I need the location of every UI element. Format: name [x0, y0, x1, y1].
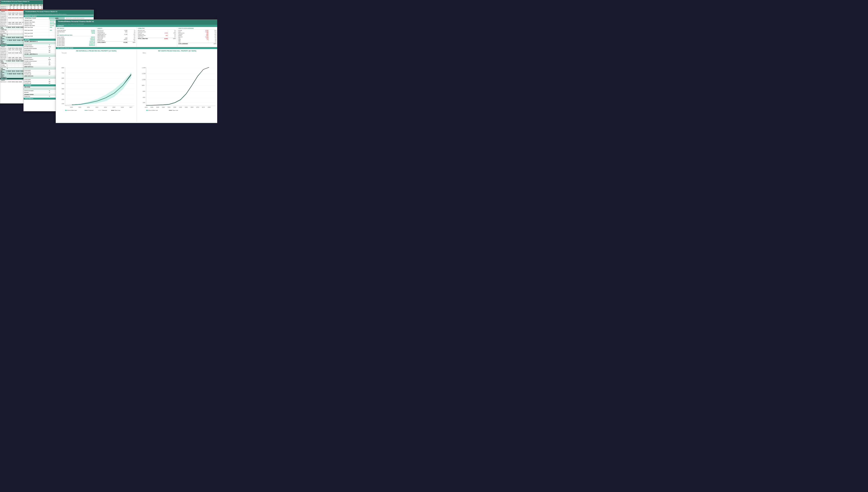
svg-text:700: 700: [62, 72, 64, 74]
ind1-dob-label: Individual 1 date of birth: [24, 21, 49, 23]
svg-text:600: 600: [62, 77, 64, 79]
svg-text:2027: 2027: [129, 107, 132, 108]
charts-area: NW HISTORICAL & PROJECTED INCL PROPERTY …: [56, 49, 217, 122]
svg-text:200: 200: [62, 99, 64, 100]
svg-text:2030: 2030: [150, 107, 153, 108]
projected-nw-title: NET WORTH (PROJECTED): [57, 34, 95, 36]
svg-text:100: 100: [62, 103, 64, 104]
ind2-dob-label: Individual 2 date of birth: [24, 25, 49, 26]
chart2-svg: 1,400 1,200 1,000 800 600 400 200: [138, 54, 217, 121]
svg-text:2055: 2055: [179, 107, 182, 108]
child4-label: Child 4 year of birth: [24, 35, 49, 38]
svg-text:2023: 2023: [96, 107, 98, 108]
ind2-name-label: Individual 2 name: [24, 23, 49, 25]
svg-text:2040: 2040: [162, 107, 165, 108]
window-dashboard: TheWealthMeta Personal Finance Model V2 …: [56, 20, 217, 123]
svg-text:2060: 2060: [185, 107, 188, 108]
svg-text:200: 200: [143, 102, 145, 103]
win1-subtitle: Model projections for net worth for thre…: [0, 3, 43, 4]
win3-subtitle: Visual dashboard to show outputs from fi…: [56, 23, 217, 25]
chart2-band: [146, 67, 209, 106]
personal-section: PERSONAL DETAILS: [24, 15, 94, 17]
ytd-col-title: YEAR-TO-DATE EXPENSES: [178, 28, 217, 29]
svg-text:2022: 2022: [87, 107, 90, 108]
svg-text:Worst & Best case: Worst & Best case: [67, 110, 77, 111]
svg-text:Worst & Best case: Worst & Best case: [148, 110, 158, 111]
target-nw-label: 1024 Net Worth: [57, 31, 65, 32]
svg-text:400: 400: [143, 97, 145, 98]
age-row-1: [INDIVIDUAL 1] age#25262728293031323334: [0, 6, 43, 8]
chart1-container: 800 700 600 500 400 300 200 100: [57, 54, 135, 121]
svg-text:2075: 2075: [202, 107, 205, 108]
win2-title: TheWealthMeta Personal Finance Model V2: [24, 10, 94, 13]
nw-projections-bar: NET WORTH PROJECTIONS: [56, 47, 217, 49]
chart1-svg: 800 700 600 500 400 300 200 100: [57, 54, 135, 121]
chart1-title: NW HISTORICAL & PROJECTED INCL PROPERTY …: [57, 50, 135, 52]
total-exp-pct: 100%: [208, 43, 217, 44]
total-liab-pct: 100%: [168, 38, 176, 39]
child3-label: Child 3 year of birth: [24, 32, 49, 35]
current-nw-value: 209,882: [91, 30, 95, 31]
svg-text:400: 400: [62, 88, 64, 90]
svg-text:2020: 2020: [70, 107, 73, 108]
total-liab-value: (8,000): [158, 38, 168, 39]
svg-text:2025: 2025: [113, 107, 116, 108]
svg-text:2025: 2025: [145, 107, 148, 108]
chart1-panel: NW HISTORICAL & PROJECTED INCL PROPERTY …: [56, 49, 137, 122]
svg-text:2021: 2021: [78, 107, 81, 108]
summary-bar: SUMMARY: [56, 25, 217, 27]
svg-text:2080: 2080: [208, 107, 210, 108]
chart1-band: [72, 72, 131, 105]
age-row-2: [INDIVIDUAL 2] age#24252627282930313233: [0, 8, 43, 9]
win2-subtitle: Main assumptions that will drive most of…: [24, 13, 94, 15]
current-nw-label: Current Net Worth: [57, 30, 66, 31]
starting-year-value: 2025: [49, 17, 65, 19]
svg-text:2026: 2026: [121, 107, 124, 108]
total-liab-label: TOTAL LIABILITIES: [138, 38, 158, 39]
total-exp-value: [198, 43, 208, 44]
svg-text:2045: 2045: [168, 107, 171, 108]
nw-col-title: NET WORTH: [57, 28, 95, 29]
svg-text:Historical: Historical: [102, 110, 107, 111]
total-assets-pct: 100%: [127, 42, 135, 43]
chart1-historical: [65, 105, 72, 105]
total-assets-label: TOTAL ASSETS: [97, 42, 117, 43]
svg-text:2024: 2024: [104, 107, 107, 108]
win3-title: TheWealthMeta Personal Finance Model V2: [56, 20, 217, 23]
col-headers: 2025202620272028202920302031203220332034: [0, 4, 43, 6]
svg-text:800: 800: [62, 67, 64, 69]
svg-text:Base case: Base case: [115, 110, 120, 111]
liab-col-title: LIABILITIES: [138, 28, 176, 29]
ind1-name-label: Individual 1 name: [24, 20, 49, 21]
svg-text:1,200: 1,200: [142, 73, 146, 74]
total-assets-value: 217,882: [117, 42, 127, 43]
svg-text:800: 800: [142, 84, 144, 86]
svg-text:300: 300: [62, 93, 64, 95]
assets-col: ASSETS Bank Account15,3657% Fixed Deposi…: [96, 27, 137, 47]
chart2-panel: NET WORTH PROJECTIONS INCL. PROPERTY (60…: [137, 49, 217, 122]
change-nw-label: (+/-): [57, 33, 59, 34]
starting-year-desc: Starting year to calculate future projec…: [65, 17, 94, 19]
win1-title: TheWealthMeta Personal Finance Model V2: [0, 0, 43, 3]
svg-rect-62: [146, 110, 148, 111]
chart2-title: NET WORTH PROJECTIONS INCL. PROPERTY (60…: [138, 50, 217, 52]
liabilities-col: LIABILITIES Personal Loans-0% Credit Car…: [137, 27, 177, 47]
networth-col: NET WORTH Current Net Worth 209,882 1024…: [56, 27, 96, 47]
target-nw-value: 199,548: [91, 31, 95, 32]
svg-text:1,400: 1,400: [142, 67, 146, 69]
child1-label: Child 1 year of birth: [24, 27, 49, 29]
chart2-base: [146, 67, 209, 105]
svg-text:2050: 2050: [173, 107, 176, 108]
svg-text:2035: 2035: [156, 107, 159, 108]
change-nw-value: 10,335: [92, 33, 95, 34]
starting-year-label: STARTING YEAR: [24, 17, 49, 19]
assets-col-title: ASSETS: [97, 28, 135, 29]
svg-rect-26: [65, 110, 67, 111]
svg-text:1,000: 1,000: [142, 79, 146, 80]
expenses-col: YEAR-TO-DATE EXPENSES Housing(3,939)50% …: [177, 27, 217, 47]
child2-label: Child 2 year of birth: [24, 29, 49, 32]
svg-text:Projected: Projected: [89, 110, 93, 111]
total-exp-label: TOTAL EXPENSES: [178, 43, 198, 44]
chart2-container: 1,400 1,200 1,000 800 600 400 200: [138, 54, 217, 121]
chart2-y-label: Millions: [138, 52, 217, 53]
